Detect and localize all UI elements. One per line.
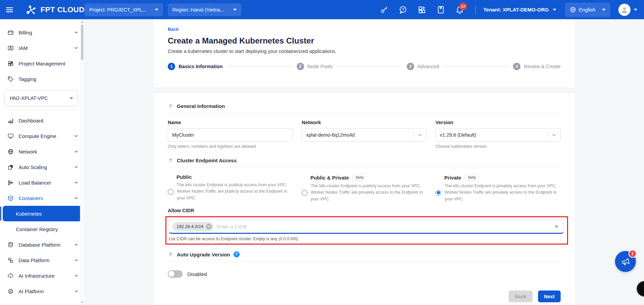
step-connector bbox=[338, 66, 401, 67]
sidebar-item-container-registry[interactable]: Container Registry bbox=[0, 221, 84, 237]
tenant-selector[interactable]: Tenant: XPLAT-DEMO-ORG bbox=[483, 7, 556, 12]
announcements-fab[interactable]: 1 bbox=[615, 251, 636, 272]
sidebar-item-ai-infrastructure[interactable]: AI Infrastructure bbox=[0, 268, 84, 283]
notification-badge: 17 bbox=[459, 3, 467, 10]
sidebar-item-label: Tagging bbox=[19, 76, 78, 82]
chip-remove-icon[interactable]: ✕ bbox=[206, 224, 212, 229]
endpoint-radio[interactable] bbox=[168, 189, 173, 195]
sidebar-item-label: Container Registry bbox=[16, 226, 58, 232]
grid-plus-icon bbox=[418, 5, 426, 14]
cube-icon bbox=[7, 195, 14, 201]
step-basics-information[interactable]: 1 Basics Information bbox=[168, 63, 223, 70]
sidebar-item-label: Data Platform bbox=[19, 257, 74, 263]
chevron-down-icon bbox=[552, 133, 556, 137]
sidebar-item-containers[interactable]: Containers bbox=[0, 190, 84, 206]
step-number: 4 bbox=[513, 63, 520, 70]
api-key-button[interactable] bbox=[380, 5, 388, 14]
section-divider bbox=[168, 168, 561, 168]
option-title: Public bbox=[177, 174, 192, 180]
sidebar-item-label: AI Infrastructure bbox=[19, 273, 74, 279]
region-selector[interactable]: Region: Hanoi (Vietna... bbox=[168, 3, 241, 16]
endpoint-radio[interactable] bbox=[435, 190, 441, 196]
scrollbar-thumb[interactable] bbox=[81, 25, 83, 60]
toggle-state-label: Disabled bbox=[187, 271, 207, 277]
sidebar-item-billing[interactable]: Billing bbox=[0, 25, 84, 40]
sidebar-item-dashboard[interactable]: Dashboard bbox=[0, 113, 84, 128]
cidr-chip-value: 192.28.4.0/24 bbox=[177, 224, 204, 229]
name-label: Name bbox=[168, 120, 293, 125]
sidebar-item-auto-scaling[interactable]: Auto Scaling bbox=[0, 159, 84, 175]
cidr-input[interactable] bbox=[217, 224, 552, 229]
page-title: Create a Managed Kubernetes Cluster bbox=[168, 36, 561, 46]
back-button[interactable]: Back bbox=[509, 290, 533, 302]
auto-upgrade-section-header: Auto Upgrade Version ? bbox=[168, 251, 561, 257]
step-number: 2 bbox=[297, 63, 304, 70]
sidebar-item-database-platform[interactable]: Database Platform bbox=[0, 237, 84, 252]
version-select[interactable]: v1.29.8 (Default) bbox=[435, 128, 561, 142]
scroll-down-arrow-icon[interactable]: ▼ bbox=[80, 301, 84, 304]
vpc-selector[interactable]: HN2-XPLAT-VPC bbox=[4, 90, 78, 106]
back-link[interactable]: Back bbox=[168, 27, 179, 32]
caret-down-icon bbox=[233, 9, 237, 11]
caret-down-icon bbox=[602, 9, 606, 11]
wizard-stepper: 1 Basics Information 2 Node Pools 3 Adva… bbox=[168, 63, 561, 70]
auto-upgrade-toggle[interactable] bbox=[168, 270, 183, 278]
sidebar-item-load-balancer[interactable]: Load Balancer bbox=[0, 175, 84, 190]
notifications-button[interactable]: 17 bbox=[455, 5, 464, 14]
sidebar-divider bbox=[0, 109, 84, 109]
fpt-molecule-icon bbox=[26, 4, 37, 16]
sidebar-scrollbar[interactable]: ▲ ▼ bbox=[80, 19, 84, 305]
annotation-highlight-box: 192.28.4.0/24 ✕ × List CIDR can be acces… bbox=[165, 216, 568, 245]
key-icon bbox=[380, 5, 388, 14]
section-divider bbox=[168, 113, 561, 114]
support-button[interactable]: ? bbox=[399, 5, 407, 14]
caret-down-icon bbox=[70, 97, 73, 100]
sidebar-item-label: IAM bbox=[19, 45, 74, 51]
hamburger-icon bbox=[5, 6, 14, 14]
page-subtitle: Create a kubernetes cluster to start dep… bbox=[168, 49, 561, 54]
hamburger-menu-button[interactable] bbox=[0, 0, 19, 19]
scroll-up-arrow-icon[interactable]: ▲ bbox=[80, 21, 84, 24]
version-help-text: Choose kubernetes version bbox=[435, 144, 561, 149]
logo-text: FPT CLOUD bbox=[41, 5, 84, 14]
sidebar-item-iam[interactable]: IAM bbox=[0, 40, 84, 56]
endpoint-radio[interactable] bbox=[302, 190, 307, 196]
caret-down-icon bbox=[634, 9, 637, 11]
step-review-create[interactable]: 4 Review & Create bbox=[513, 63, 561, 70]
step-number: 3 bbox=[407, 63, 414, 70]
endpoint-option-public: Public The k8s cluster Endpoint is publi… bbox=[168, 174, 293, 202]
next-button[interactable]: Next bbox=[538, 290, 561, 302]
svg-text:AI: AI bbox=[10, 290, 12, 292]
help-icon[interactable]: ? bbox=[234, 251, 240, 257]
step-advanced[interactable]: 3 Advanced bbox=[407, 63, 439, 70]
section-divider bbox=[168, 262, 561, 262]
sidebar-item-data-platform[interactable]: Data Platform bbox=[0, 252, 84, 268]
fpt-cloud-logo[interactable]: FPT CLOUD bbox=[26, 4, 84, 16]
sidebar-item-ai-platform[interactable]: AI AI Platform bbox=[0, 283, 84, 299]
sidebar-item-label: Kubernetes bbox=[16, 211, 42, 217]
user-menu[interactable] bbox=[618, 4, 637, 16]
sidebar-item-project-management[interactable]: Project Management bbox=[0, 56, 84, 71]
cloud-sync-icon bbox=[7, 273, 14, 279]
option-title: Private bbox=[444, 175, 461, 181]
language-selector[interactable]: English bbox=[565, 3, 610, 17]
docs-button[interactable] bbox=[436, 5, 445, 14]
sidebar-item-tagging[interactable]: Tagging bbox=[0, 71, 84, 87]
sidebar-item-label: Billing bbox=[19, 30, 74, 35]
edge-floating-widget[interactable] bbox=[637, 281, 644, 297]
chevron-down-icon bbox=[74, 181, 78, 185]
sidebar-item-network[interactable]: Network bbox=[0, 144, 84, 159]
cluster-name-input[interactable] bbox=[172, 132, 289, 138]
option-description: The k8s cluster Endpoint is publicly acc… bbox=[311, 183, 427, 202]
clear-input-icon[interactable]: × bbox=[555, 223, 559, 230]
sidebar-item-label: Containers bbox=[19, 195, 74, 201]
region-selector-label: Region: Hanoi (Vietna... bbox=[172, 7, 224, 12]
network-select[interactable]: xplat-demo-6q12ms4d bbox=[302, 128, 427, 142]
services-button[interactable] bbox=[418, 5, 426, 14]
sidebar-item-kubernetes[interactable]: Kubernetes bbox=[3, 206, 82, 221]
sidebar-item-compute-engine[interactable]: Compute Engine bbox=[0, 128, 84, 144]
step-label: Advanced bbox=[418, 64, 439, 69]
chevron-up-icon bbox=[74, 196, 78, 200]
project-selector[interactable]: Project: PROJECT_XPL... bbox=[84, 3, 163, 16]
step-node-pools[interactable]: 2 Node Pools bbox=[297, 63, 333, 70]
